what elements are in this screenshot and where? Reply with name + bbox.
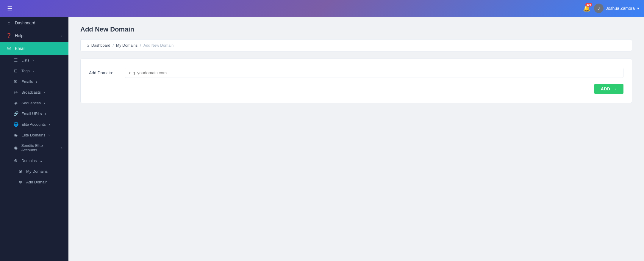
add-button-arrow-icon: →	[613, 87, 617, 91]
breadcrumb-mydomains[interactable]: My Domains	[116, 43, 137, 48]
elitedomains-icon: ◉	[13, 133, 18, 137]
chevron-right-icon: ›	[61, 34, 62, 38]
sidebar-item-label: Domains	[21, 158, 37, 163]
tags-icon: ⊟	[13, 68, 18, 73]
avatar: J	[594, 4, 604, 13]
emailurls-icon: 🔗	[13, 111, 18, 116]
sidebar-item-label: Elite Accounts	[21, 122, 46, 127]
add-domain-button[interactable]: ADD →	[594, 84, 623, 94]
chevron-right-icon: ›	[49, 122, 50, 127]
sidebar-item-help[interactable]: ❓ Help ›	[0, 29, 68, 42]
sidebar-item-mydomains[interactable]: ◉ My Domains	[0, 166, 68, 177]
breadcrumb-separator-2: /	[140, 43, 141, 48]
adddomain-icon: ⊕	[18, 180, 23, 184]
chevron-right-icon: ›	[44, 90, 45, 95]
sidebar-item-tags[interactable]: ⊟ Tags ›	[0, 65, 68, 76]
sidebar-item-lists[interactable]: ☰ Lists ›	[0, 55, 68, 65]
domain-form-row: Add Domain:	[89, 68, 623, 78]
breadcrumb-dashboard[interactable]: Dashboard	[91, 43, 110, 48]
sidebar-item-label: Add Domain	[26, 180, 48, 184]
sidebar-item-email[interactable]: ✉ Email ⌄	[0, 42, 68, 55]
breadcrumb-current: Add New Domain	[143, 43, 173, 48]
sidebar-item-adddomain[interactable]: ⊕ Add Domain	[0, 177, 68, 187]
email-icon: ✉	[6, 45, 12, 51]
sendiioelite-icon: ◉	[13, 145, 18, 150]
topbar: ☰ 🔔 309 J Joshua Zamora ▾	[0, 0, 644, 17]
chevron-right-icon: ›	[32, 58, 34, 62]
sidebar-item-emailurls[interactable]: 🔗 Email URLs ›	[0, 108, 68, 119]
breadcrumb-separator-1: /	[112, 43, 114, 48]
sidebar-item-emails[interactable]: ✉ Emails ›	[0, 76, 68, 87]
chevron-right-icon: ›	[44, 101, 45, 105]
chevron-right-icon: ›	[36, 79, 37, 84]
user-name: Joshua Zamora	[606, 6, 635, 11]
user-menu-button[interactable]: J Joshua Zamora ▾	[594, 4, 639, 13]
sidebar-item-label: Email	[15, 46, 57, 51]
broadcasts-icon: ◎	[13, 90, 18, 95]
domain-label: Add Domain:	[89, 70, 119, 75]
home-icon: ⌂	[87, 43, 89, 48]
sidebar-item-label: Email URLs	[21, 111, 42, 116]
chevron-right-icon: ›	[48, 133, 49, 137]
main-content: Add New Domain ⌂ Dashboard / My Domains …	[68, 17, 644, 261]
dashboard-icon: ⌂	[6, 20, 12, 26]
mydomains-icon: ◉	[18, 169, 23, 174]
sidebar-item-label: Elite Domains	[21, 133, 45, 137]
sidebar-item-label: Lists	[21, 58, 29, 62]
chevron-down-icon: ⌄	[40, 158, 43, 163]
eliteaccounts-icon: 🌐	[13, 122, 18, 127]
page-title: Add New Domain	[80, 26, 632, 33]
sidebar-item-label: Sequences	[21, 101, 41, 105]
user-chevron-icon: ▾	[637, 6, 639, 11]
sidebar-item-sendiioelite[interactable]: ◉ Sendiio Elite Accounts ›	[0, 140, 68, 155]
sidebar-item-label: My Domains	[26, 169, 48, 174]
sidebar: ⌂ Dashboard ❓ Help › ✉ Email ⌄ ☰ Lists ›…	[0, 17, 68, 261]
sidebar-item-broadcasts[interactable]: ◎ Broadcasts ›	[0, 87, 68, 98]
sidebar-item-label: Sendiio Elite Accounts	[21, 143, 58, 152]
topbar-right: 🔔 309 J Joshua Zamora ▾	[583, 4, 639, 13]
emails-icon: ✉	[13, 79, 18, 84]
sidebar-item-label: Tags	[21, 69, 29, 73]
chevron-down-icon: ⌄	[60, 46, 62, 51]
sidebar-item-dashboard[interactable]: ⌂ Dashboard	[0, 17, 68, 29]
chevron-right-icon: ›	[61, 146, 62, 150]
lists-icon: ☰	[13, 58, 18, 62]
domain-card: Add Domain: ADD →	[80, 59, 632, 103]
breadcrumb: ⌂ Dashboard / My Domains / Add New Domai…	[80, 39, 632, 51]
hamburger-button[interactable]: ☰	[5, 4, 15, 13]
notification-badge: 309	[585, 3, 592, 7]
sidebar-item-sequences[interactable]: ◈ Sequences ›	[0, 98, 68, 108]
domains-icon: ⊕	[13, 158, 18, 163]
app-body: ⌂ Dashboard ❓ Help › ✉ Email ⌄ ☰ Lists ›…	[0, 17, 644, 261]
domain-input[interactable]	[125, 68, 623, 78]
topbar-left: ☰	[5, 4, 15, 13]
sidebar-item-eliteaccounts[interactable]: 🌐 Elite Accounts ›	[0, 119, 68, 130]
chevron-right-icon: ›	[45, 111, 46, 116]
chevron-right-icon: ›	[32, 69, 34, 73]
sequences-icon: ◈	[13, 100, 18, 105]
sidebar-item-label: Help	[15, 33, 58, 38]
notification-button[interactable]: 🔔 309	[583, 5, 590, 12]
sidebar-item-label: Broadcasts	[21, 90, 41, 95]
sidebar-item-elitedomains[interactable]: ◉ Elite Domains ›	[0, 130, 68, 140]
sidebar-item-domains[interactable]: ⊕ Domains ⌄	[0, 155, 68, 166]
domain-input-wrap	[125, 68, 623, 78]
add-button-label: ADD	[601, 87, 610, 91]
add-button-wrap: ADD →	[89, 84, 623, 94]
sidebar-item-label: Emails	[21, 79, 33, 84]
sidebar-item-label: Dashboard	[15, 21, 62, 25]
help-icon: ❓	[6, 33, 12, 38]
